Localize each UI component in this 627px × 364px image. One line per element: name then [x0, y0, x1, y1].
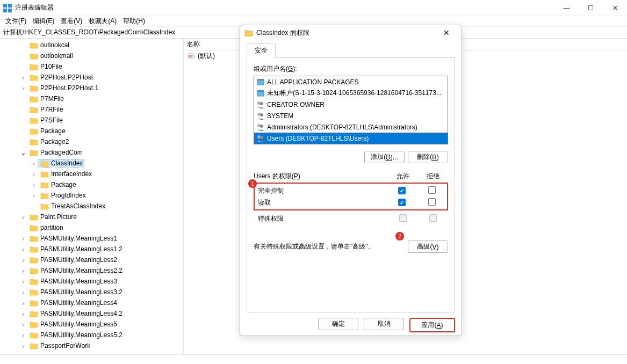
- tree-item[interactable]: ›InterfaceIndex: [1, 169, 183, 179]
- tree-item[interactable]: Package: [1, 126, 183, 136]
- close-button[interactable]: ✕: [603, 0, 627, 16]
- perm-allow-checkbox[interactable]: ✓: [387, 187, 417, 195]
- cancel-button[interactable]: 取消: [364, 318, 404, 330]
- perm-deny-checkbox[interactable]: [417, 186, 447, 195]
- tree-item-label: Package: [40, 127, 66, 135]
- chevron-right-icon[interactable]: ›: [19, 267, 27, 275]
- tree-item[interactable]: ›PASMUtility.MeaningLess1.2: [1, 244, 183, 254]
- tree-item[interactable]: ›PASMUtility.MeaningLess3: [1, 276, 183, 287]
- list-cell-name: (默认): [198, 52, 215, 61]
- user-list-item[interactable]: 未知帐户(S-1-15-3-1024-1065365936-1281604716…: [254, 88, 448, 99]
- ok-button[interactable]: 确定: [318, 318, 358, 330]
- tree-item[interactable]: ›PASMUtility.MeaningLess5.2: [1, 330, 183, 340]
- chevron-right-icon[interactable]: ›: [19, 256, 27, 264]
- user-list-item[interactable]: Users (DESKTOP-82TLHLS\Users): [254, 133, 448, 144]
- tree-item-label: PASMUtility.MeaningLess1.2: [40, 245, 122, 253]
- tree-pane[interactable]: outlookcaloutlookmailP10File›P2PHost.P2P…: [0, 39, 184, 354]
- tree-item[interactable]: ›PASMUtility.MeaningLess5: [1, 319, 183, 330]
- tree-item[interactable]: ›ProgIdIndex: [1, 190, 183, 201]
- chevron-right-icon[interactable]: ›: [19, 288, 27, 296]
- menu-view[interactable]: 查看(V): [57, 16, 85, 27]
- chevron-right-icon[interactable]: ›: [19, 278, 27, 286]
- chevron-down-icon[interactable]: ⌄: [19, 149, 27, 157]
- tree-item[interactable]: ›Paint.Picture: [1, 212, 183, 222]
- user-list-item[interactable]: Administrators (DESKTOP-82TLHLS\Administ…: [254, 121, 448, 133]
- tree-item-label: P2PHost.P2PHost.1: [40, 84, 98, 92]
- tree-item[interactable]: ›P2PHost.P2PHost.1: [1, 83, 183, 93]
- chevron-right-icon[interactable]: ›: [19, 342, 27, 350]
- add-button[interactable]: 添加(D)...: [364, 151, 405, 163]
- tree-item[interactable]: TreatAsClassIndex: [1, 201, 183, 212]
- chevron-right-icon[interactable]: ›: [30, 192, 38, 200]
- users-list[interactable]: ALL APPLICATION PACKAGES未知帐户(S-1-15-3-10…: [254, 76, 448, 144]
- dialog-close-button[interactable]: ✕: [436, 25, 457, 40]
- folder-icon: [30, 299, 38, 307]
- user-list-item[interactable]: ALL APPLICATION PACKAGES: [254, 76, 448, 88]
- folder-icon: [40, 202, 49, 210]
- chevron-right-icon[interactable]: ›: [19, 331, 27, 339]
- chevron-right-icon[interactable]: ›: [19, 245, 27, 253]
- folder-icon: [30, 106, 38, 113]
- chevron-right-icon[interactable]: ›: [19, 299, 27, 307]
- tree-item[interactable]: partition: [1, 222, 183, 233]
- tree-item-label: outlookcal: [40, 41, 69, 49]
- tree-item[interactable]: ›P2PHost.P2PHost: [1, 72, 183, 83]
- tree-item[interactable]: P7SFile: [1, 115, 183, 126]
- col-name[interactable]: 名称: [184, 39, 203, 50]
- advanced-button[interactable]: 高级(V): [408, 241, 448, 253]
- remove-button[interactable]: 删除(R): [408, 151, 448, 163]
- user-list-item[interactable]: CREATOR OWNER: [254, 99, 448, 110]
- tree-item-label: PASMUtility.MeaningLess3: [40, 278, 117, 285]
- chevron-right-icon[interactable]: ›: [30, 159, 38, 168]
- chevron-right-icon[interactable]: ›: [19, 310, 27, 318]
- perm-special-allow: [388, 214, 418, 223]
- tree-item[interactable]: ›PASMUtility.MeaningLess4: [1, 297, 183, 308]
- menu-file[interactable]: 文件(F): [2, 16, 30, 27]
- tree-item[interactable]: ›PASMUtility.MeaningLess4.2: [1, 308, 183, 319]
- dialog-titlebar[interactable]: ClassIndex 的权限 ✕: [240, 25, 462, 40]
- folder-icon: [40, 170, 49, 178]
- chevron-right-icon[interactable]: ›: [30, 181, 38, 189]
- tree-item[interactable]: Package2: [1, 136, 183, 147]
- menu-help[interactable]: 帮助(H): [120, 16, 148, 27]
- chevron-right-icon[interactable]: ›: [19, 84, 27, 92]
- tree-item[interactable]: ›PASMUtility.MeaningLess2: [1, 254, 183, 265]
- tree-item[interactable]: P7MFile: [1, 93, 183, 104]
- tree-item-label: Package: [51, 181, 76, 188]
- tree-item[interactable]: P10File: [1, 61, 183, 72]
- chevron-right-icon[interactable]: ›: [19, 74, 27, 82]
- tree-item[interactable]: ›PASMUtility.MeaningLess1: [1, 233, 183, 244]
- tree-item[interactable]: ›PassportForWork: [1, 340, 183, 351]
- svg-point-10: [257, 113, 261, 116]
- tab-security[interactable]: 安全: [247, 43, 276, 58]
- tree-item[interactable]: ›ClassIndex: [1, 158, 183, 169]
- menu-edit[interactable]: 编辑(E): [30, 16, 57, 27]
- folder-icon: [40, 192, 49, 199]
- tree-item[interactable]: P7RFile: [1, 104, 183, 115]
- apply-button[interactable]: 应用(A): [409, 318, 455, 332]
- chevron-right-icon[interactable]: ›: [19, 213, 27, 221]
- tree-item-label: PASMUtility.MeaningLess5: [40, 321, 117, 328]
- user-list-item[interactable]: SYSTEM: [254, 110, 448, 121]
- tree-item[interactable]: ⌄PackagedCom: [1, 147, 183, 158]
- tree-item-label: partition: [40, 224, 63, 231]
- minimize-button[interactable]: —: [554, 0, 579, 16]
- tree-item[interactable]: outlookcal: [1, 40, 183, 50]
- regedit-icon: [3, 4, 12, 12]
- folder-icon: [30, 52, 38, 60]
- tree-item[interactable]: outlookmail: [1, 50, 183, 61]
- maximize-button[interactable]: ☐: [579, 0, 603, 16]
- folder-icon: [30, 63, 38, 70]
- chevron-right-icon[interactable]: ›: [19, 235, 27, 243]
- perm-deny-checkbox[interactable]: [417, 198, 447, 207]
- tree-item[interactable]: ›Package: [1, 179, 183, 190]
- chevron-right-icon[interactable]: ›: [19, 321, 27, 329]
- tree-item-label: P10File: [40, 63, 62, 70]
- svg-rect-4: [257, 80, 264, 85]
- tree-item[interactable]: ›PASMUtility.MeaningLess3.2: [1, 287, 183, 297]
- perm-allow-checkbox[interactable]: ✓: [387, 199, 417, 207]
- tree-item[interactable]: ›PASMUtility.MeaningLess2.2: [1, 265, 183, 276]
- group-icon: [256, 100, 265, 109]
- menu-favorites[interactable]: 收藏夹(A): [85, 16, 120, 27]
- chevron-right-icon[interactable]: ›: [30, 170, 38, 178]
